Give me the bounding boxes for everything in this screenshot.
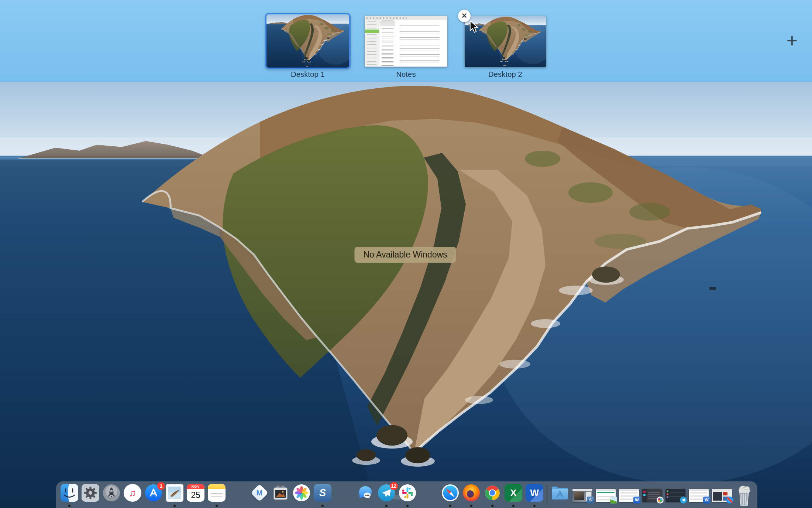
window-avatar [667, 490, 668, 492]
dock-item-chrome[interactable] [484, 484, 501, 508]
running-indicator [173, 505, 176, 507]
mail-stamp-icon [166, 484, 183, 502]
calendar-month: NOV [187, 484, 204, 489]
app-store-badge: 1 [157, 482, 165, 490]
dock-item-excel[interactable]: X [505, 484, 522, 508]
running-indicator [385, 505, 388, 507]
preview-badge-icon [610, 497, 617, 504]
snagit-icon: S [314, 484, 331, 502]
dock-item-system-preferences[interactable] [82, 484, 99, 508]
no-available-windows-message: No Available Windows [354, 247, 456, 263]
minimized-window-safari[interactable] [712, 489, 732, 502]
dock-item-telegram[interactable]: 12 [378, 484, 395, 508]
dock-item-messages[interactable] [357, 484, 374, 508]
dock-item-launchpad[interactable] [103, 484, 120, 508]
window-green-rule [597, 492, 615, 493]
dock-item-safari[interactable] [441, 484, 459, 508]
m-app-letter: M [257, 488, 263, 497]
messages-bubble-icon [357, 484, 374, 502]
dock-item-trash[interactable] [735, 484, 753, 507]
running-indicator [216, 505, 218, 507]
safari-compass-icon [441, 484, 459, 502]
telegram-plane-glyph [680, 497, 687, 504]
dock: ♫ 1 NOV 25 [56, 481, 757, 508]
word-letter: W [530, 488, 539, 498]
dock-item-mail[interactable] [166, 484, 183, 508]
excel-letter: X [510, 487, 516, 499]
add-space-button[interactable]: + [782, 31, 802, 51]
slack-badge-icon [657, 497, 664, 504]
running-indicator [512, 505, 515, 507]
notes-mini-sidebar [365, 20, 379, 67]
dock-item-app-store[interactable]: 1 [145, 484, 162, 508]
minimized-window-slack[interactable] [642, 489, 662, 502]
notes-mini-toolbar-icons [367, 17, 407, 19]
gear-icon [82, 484, 99, 502]
dock-item-calendar[interactable]: NOV 25 [187, 484, 204, 508]
slack-icon [399, 484, 416, 502]
window-avatar [667, 493, 668, 495]
dock-item-m-app[interactable]: M [251, 484, 268, 508]
running-indicator [406, 505, 409, 507]
notes-mini-body [365, 20, 447, 67]
running-indicator [491, 505, 493, 507]
rocket-icon [103, 484, 120, 502]
running-indicator [533, 505, 536, 507]
applications-folder-icon [551, 484, 569, 502]
notes-yellow-strip [208, 484, 226, 489]
notes-mini-selected-note [380, 21, 395, 26]
m-app-icon: M [251, 484, 268, 502]
space-label-desktop-1: Desktop 1 [265, 70, 351, 79]
music-icon: ♫ [124, 484, 141, 502]
notes-mini-toolbar [365, 16, 447, 20]
mouse-cursor [469, 20, 480, 34]
photos-pinwheel-icon [293, 484, 310, 502]
window-titlebar [712, 489, 732, 491]
dock-item-slack[interactable] [399, 484, 416, 508]
music-note-glyph: ♫ [129, 487, 136, 499]
notes-mini-selected-folder [365, 30, 379, 33]
telegram-badge-icon [680, 497, 687, 504]
running-indicator [321, 505, 324, 507]
space-thumbnail-desktop-1[interactable] [265, 13, 351, 69]
calendar-day: 25 [187, 489, 204, 502]
dock-item-snagit[interactable]: S [314, 484, 331, 508]
space-label-notes: Notes [365, 70, 447, 79]
word-badge-icon: W [703, 497, 710, 504]
minimized-window-telegram[interactable] [665, 489, 685, 502]
firefox-icon [462, 484, 480, 502]
excel-icon: X [505, 484, 522, 502]
minimized-window-snagit[interactable]: S [572, 489, 592, 502]
dock-item-notes[interactable] [208, 484, 226, 508]
word-icon: W [526, 484, 543, 502]
finder-icon [61, 484, 78, 502]
running-indicator [449, 505, 451, 507]
window-titlebar [596, 489, 616, 491]
space-thumbnail-notes[interactable] [365, 16, 447, 67]
dock-item-applications-folder[interactable] [551, 484, 569, 508]
minimized-window-word-1[interactable]: W [619, 489, 639, 502]
dock-item-firefox[interactable] [462, 484, 480, 508]
notes-lines [211, 491, 223, 498]
minimized-window-preview[interactable] [596, 489, 616, 502]
dock-item-finder[interactable] [61, 484, 78, 508]
window-image-red [723, 492, 727, 495]
dock-item-word[interactable]: W [526, 484, 543, 508]
mission-control-bar: Desktop 1 Notes Desktop 2 ✕ + [0, 0, 812, 82]
trash-full-icon [735, 484, 753, 507]
minimized-window-word-2[interactable]: W [689, 489, 709, 502]
telegram-badge: 12 [390, 482, 398, 490]
snagit-badge-icon: S [587, 497, 594, 504]
dock-divider [547, 485, 547, 505]
notes-mini-content [396, 20, 447, 67]
dock-item-photos[interactable] [293, 484, 310, 508]
dock-item-screen-projector[interactable] [272, 484, 289, 508]
desktop-wallpaper [0, 82, 812, 508]
dock-item-music[interactable]: ♫ [124, 484, 141, 508]
window-image [574, 492, 584, 500]
word-badge-icon: W [633, 497, 640, 504]
window-titlebar [572, 489, 592, 491]
chrome-icon [484, 484, 501, 502]
window-avatar [667, 496, 668, 498]
safari-badge-icon [726, 497, 733, 504]
